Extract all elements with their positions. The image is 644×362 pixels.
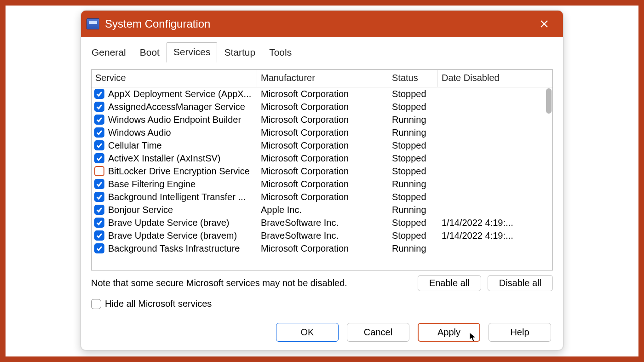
service-date-disabled bbox=[438, 132, 543, 134]
service-name: Background Intelligent Transfer ... bbox=[108, 192, 246, 202]
service-status: Running bbox=[388, 113, 438, 126]
service-row[interactable]: Background Tasks InfrastructureMicrosoft… bbox=[92, 242, 552, 255]
services-list: Service Manufacturer Status Date Disable… bbox=[91, 69, 553, 270]
service-checkbox[interactable] bbox=[94, 127, 104, 138]
tab-boot[interactable]: Boot bbox=[133, 43, 167, 63]
service-date-disabled: 1/14/2022 4:19:... bbox=[438, 216, 543, 229]
service-manufacturer: Apple Inc. bbox=[257, 203, 388, 216]
service-manufacturer: BraveSoftware Inc. bbox=[257, 229, 388, 242]
scrollbar-thumb[interactable] bbox=[546, 88, 552, 114]
service-name: AppX Deployment Service (AppX... bbox=[108, 89, 251, 99]
service-checkbox[interactable] bbox=[94, 102, 104, 112]
service-manufacturer: Microsoft Corporation bbox=[257, 178, 388, 190]
col-status[interactable]: Status bbox=[388, 70, 438, 87]
hide-microsoft-checkbox[interactable] bbox=[91, 299, 101, 309]
service-status: Stopped bbox=[388, 100, 438, 113]
service-date-disabled bbox=[438, 106, 543, 108]
window-title: System Configuration bbox=[105, 17, 534, 30]
tab-general[interactable]: General bbox=[85, 43, 133, 63]
service-status: Stopped bbox=[388, 152, 438, 165]
disable-all-button[interactable]: Disable all bbox=[488, 275, 553, 291]
hide-microsoft-label: Hide all Microsoft services bbox=[105, 299, 212, 309]
service-row[interactable]: Brave Update Service (brave)BraveSoftwar… bbox=[92, 216, 552, 229]
service-row[interactable]: Windows AudioMicrosoft CorporationRunnin… bbox=[92, 126, 552, 139]
service-checkbox[interactable] bbox=[94, 153, 104, 163]
service-checkbox[interactable] bbox=[94, 230, 104, 241]
service-date-disabled bbox=[438, 183, 543, 185]
service-checkbox[interactable] bbox=[94, 218, 104, 228]
service-status: Stopped bbox=[388, 165, 438, 178]
service-status: Running bbox=[388, 126, 438, 139]
service-name: Windows Audio bbox=[108, 127, 171, 138]
service-checkbox[interactable] bbox=[94, 243, 104, 253]
dialog-footer: OK Cancel Apply Help bbox=[81, 316, 563, 350]
service-row[interactable]: Windows Audio Endpoint BuilderMicrosoft … bbox=[92, 113, 552, 126]
service-status: Stopped bbox=[388, 229, 438, 242]
service-row[interactable]: Bonjour ServiceApple Inc.Running bbox=[92, 203, 552, 216]
tab-strip: GeneralBootServicesStartupTools bbox=[81, 37, 563, 62]
service-manufacturer: Microsoft Corporation bbox=[257, 113, 388, 126]
enable-all-button[interactable]: Enable all bbox=[418, 275, 481, 291]
service-manufacturer: Microsoft Corporation bbox=[257, 152, 388, 165]
title-bar: System Configuration bbox=[81, 11, 563, 37]
service-status: Stopped bbox=[388, 87, 438, 100]
service-date-disabled bbox=[438, 209, 543, 211]
service-date-disabled bbox=[438, 144, 543, 147]
apply-button[interactable]: Apply bbox=[418, 323, 480, 342]
service-manufacturer: Microsoft Corporation bbox=[257, 139, 388, 152]
service-checkbox[interactable] bbox=[94, 179, 104, 189]
service-row[interactable]: AssignedAccessManager ServiceMicrosoft C… bbox=[92, 100, 552, 113]
service-name: AssignedAccessManager Service bbox=[108, 102, 245, 112]
col-manufacturer[interactable]: Manufacturer bbox=[257, 70, 388, 87]
service-date-disabled: 1/14/2022 4:19:... bbox=[438, 229, 543, 242]
service-manufacturer: Microsoft Corporation bbox=[257, 190, 388, 203]
service-row[interactable]: BitLocker Drive Encryption ServiceMicros… bbox=[92, 165, 552, 178]
service-manufacturer: Microsoft Corporation bbox=[257, 100, 388, 113]
service-checkbox[interactable] bbox=[94, 192, 104, 202]
service-date-disabled bbox=[438, 247, 543, 250]
service-checkbox[interactable] bbox=[94, 89, 104, 99]
service-name: Windows Audio Endpoint Builder bbox=[108, 115, 241, 125]
service-checkbox[interactable] bbox=[94, 140, 104, 150]
service-checkbox[interactable] bbox=[94, 205, 104, 215]
col-date-disabled[interactable]: Date Disabled bbox=[438, 70, 543, 87]
service-row[interactable]: Base Filtering EngineMicrosoft Corporati… bbox=[92, 178, 552, 190]
note-text: Note that some secure Microsoft services… bbox=[91, 278, 410, 288]
service-date-disabled bbox=[438, 196, 543, 198]
cancel-button[interactable]: Cancel bbox=[347, 323, 409, 342]
service-name: Bonjour Service bbox=[108, 205, 173, 215]
service-name: Brave Update Service (brave) bbox=[108, 218, 229, 228]
col-service[interactable]: Service bbox=[92, 70, 257, 87]
service-status: Running bbox=[388, 203, 438, 216]
service-date-disabled bbox=[438, 93, 543, 95]
service-name: BitLocker Drive Encryption Service bbox=[108, 166, 250, 177]
service-manufacturer: Microsoft Corporation bbox=[257, 242, 388, 255]
system-configuration-dialog: System Configuration GeneralBootServices… bbox=[80, 10, 564, 351]
service-row[interactable]: AppX Deployment Service (AppX...Microsof… bbox=[92, 87, 552, 100]
service-row[interactable]: Cellular TimeMicrosoft CorporationStoppe… bbox=[92, 139, 552, 152]
service-name: Base Filtering Engine bbox=[108, 179, 196, 190]
tab-services[interactable]: Services bbox=[167, 42, 218, 63]
service-row[interactable]: Background Intelligent Transfer ...Micro… bbox=[92, 190, 552, 203]
tab-startup[interactable]: Startup bbox=[217, 43, 262, 63]
ok-button[interactable]: OK bbox=[276, 323, 339, 342]
service-status: Stopped bbox=[388, 190, 438, 203]
tab-tools[interactable]: Tools bbox=[262, 43, 299, 63]
service-row[interactable]: Brave Update Service (bravem)BraveSoftwa… bbox=[92, 229, 552, 242]
service-manufacturer: Microsoft Corporation bbox=[257, 165, 388, 178]
column-headers: Service Manufacturer Status Date Disable… bbox=[92, 70, 552, 87]
service-row[interactable]: ActiveX Installer (AxInstSV)Microsoft Co… bbox=[92, 152, 552, 165]
app-icon bbox=[86, 18, 99, 29]
service-status: Running bbox=[388, 178, 438, 190]
service-checkbox[interactable] bbox=[94, 166, 104, 176]
close-button[interactable] bbox=[534, 17, 555, 30]
service-date-disabled bbox=[438, 119, 543, 121]
help-button[interactable]: Help bbox=[489, 323, 551, 342]
service-manufacturer: Microsoft Corporation bbox=[257, 87, 388, 100]
service-name: Cellular Time bbox=[108, 140, 162, 151]
service-date-disabled bbox=[438, 157, 543, 160]
service-status: Stopped bbox=[388, 139, 438, 152]
service-name: Brave Update Service (bravem) bbox=[108, 230, 237, 241]
service-status: Running bbox=[388, 242, 438, 255]
service-checkbox[interactable] bbox=[94, 115, 104, 125]
